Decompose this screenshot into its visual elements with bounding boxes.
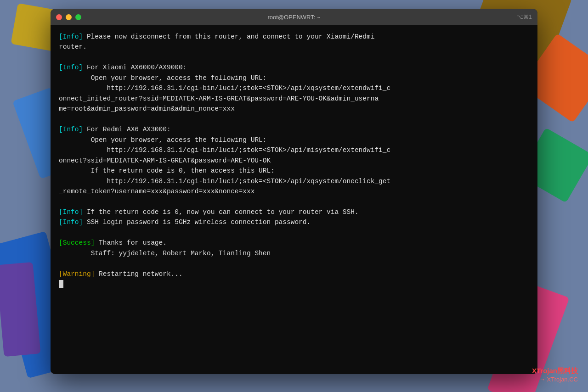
- terminal-line-2: router.: [59, 42, 529, 52]
- terminal-empty-4: [59, 228, 529, 238]
- tag-info-4: [Info]: [59, 208, 83, 216]
- terminal-line-6: onnect_inited_router?ssid=MEDIATEK-ARM-I…: [59, 94, 529, 104]
- traffic-lights: [56, 14, 81, 20]
- terminal-line-1: [Info] Please now disconnect from this r…: [59, 32, 529, 42]
- terminal-empty-5: [59, 258, 529, 269]
- terminal-empty-1: [59, 52, 529, 62]
- terminal-line-11: onnect?ssid=MEDIATEK-ARM-IS-GREAT&passwo…: [59, 156, 529, 166]
- terminal-line-4: Open your browser, access the following …: [59, 73, 529, 83]
- maximize-button[interactable]: [75, 14, 81, 20]
- terminal-line-16: [Info] SSH login password is 5GHz wirele…: [59, 217, 529, 227]
- watermark: XTrojan黑科技 → XTrojan.CC: [532, 366, 578, 384]
- terminal-line-10: http://192.168.31.1/cgi-bin/luci/;stok=<…: [59, 145, 529, 155]
- terminal-body[interactable]: [Info] Please now disconnect from this r…: [51, 25, 537, 374]
- terminal-empty-2: [59, 114, 529, 124]
- minimize-button[interactable]: [66, 14, 72, 20]
- terminal-cursor-line: [59, 279, 529, 289]
- terminal-line-8: [Info] For Redmi AX6 AX3000:: [59, 124, 529, 134]
- terminal-line-5: http://192.168.31.1/cgi-bin/luci/;stok=<…: [59, 83, 529, 93]
- tag-warning-1: [Warning]: [59, 270, 95, 278]
- terminal-line-12: If the return code is 0, then access thi…: [59, 166, 529, 176]
- terminal-line-7: me=root&admin_password=admin&admin_nonce…: [59, 104, 529, 114]
- terminal-line-19: [Warning] Restarting network...: [59, 269, 529, 279]
- tag-success-1: [Success]: [59, 239, 95, 246]
- watermark-brand: XTrojan黑科技: [532, 366, 578, 375]
- tag-info-2: [Info]: [59, 64, 83, 71]
- terminal-line-3: [Info] For Xiaomi AX6000/AX9000:: [59, 62, 529, 73]
- window-shortcut: ⌥⌘1: [517, 14, 532, 20]
- terminal-line-17: [Success] Thanks for usage.: [59, 238, 529, 248]
- terminal-line-14: _remote_token?username=xxx&password=xxx&…: [59, 186, 529, 196]
- cursor: [59, 280, 63, 288]
- tag-info-3: [Info]: [59, 126, 83, 133]
- close-button[interactable]: [56, 14, 62, 20]
- terminal-window: root@OPENWRT: ~ ⌥⌘1 [Info] Please now di…: [51, 9, 537, 374]
- tag-info-5: [Info]: [59, 218, 83, 226]
- terminal-line-13: http://192.168.31.1/cgi-bin/luci/;stok=<…: [59, 176, 529, 186]
- tag-info-1: [Info]: [59, 33, 83, 40]
- terminal-line-9: Open your browser, access the following …: [59, 135, 529, 145]
- title-bar: root@OPENWRT: ~ ⌥⌘1: [51, 9, 537, 25]
- terminal-line-15: [Info] If the return code is 0, now you …: [59, 207, 529, 217]
- window-title: root@OPENWRT: ~: [267, 14, 320, 21]
- terminal-empty-3: [59, 197, 529, 207]
- watermark-url: → XTrojan.CC: [532, 375, 578, 384]
- terminal-line-18: Staff: yyjdelete, Robert Marko, Tianling…: [59, 248, 529, 258]
